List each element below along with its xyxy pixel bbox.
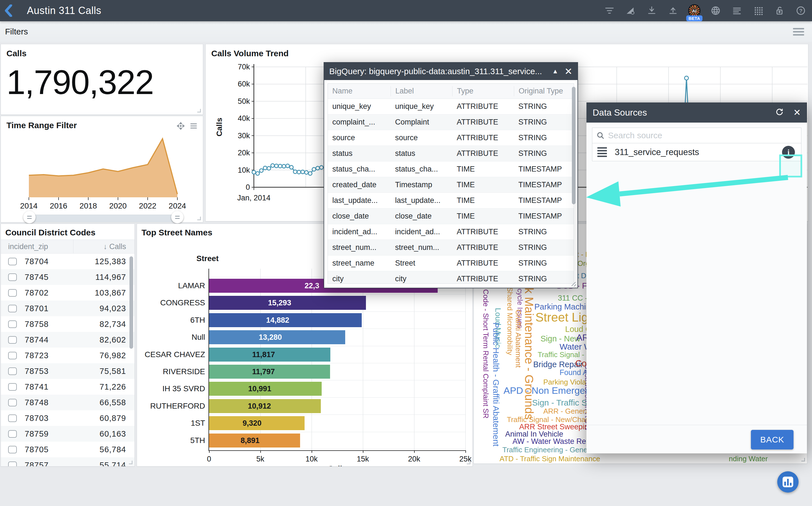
wordcloud-term[interactable]: nding Water [729,455,768,462]
info-icon[interactable]: i [782,146,795,159]
grid-dots-icon[interactable] [752,4,764,17]
field-row[interactable]: sourcesourceATTRIBUTESTRING [328,130,574,146]
council-row[interactable]: 78705 56,784 [1,442,134,457]
wordcloud-term[interactable]: Graffiti Abatement [515,310,522,368]
street-bar[interactable]: 11,797 [209,365,330,378]
search-input[interactable] [608,131,801,140]
council-row[interactable]: 78741 71,226 [1,379,134,395]
row-checkbox[interactable] [8,289,17,297]
row-checkbox[interactable] [8,446,17,453]
chart-settings-icon[interactable] [624,4,636,17]
wordcloud-term[interactable]: Shared Micromobility [506,287,514,355]
wordcloud-term[interactable]: ARR Street Sweeping [519,423,593,431]
row-checkbox[interactable] [8,352,17,359]
council-row[interactable]: 78723 76,982 [1,348,134,363]
row-checkbox[interactable] [8,383,17,391]
council-row[interactable]: 78748 66,558 [1,395,134,410]
refresh-icon[interactable] [775,108,784,117]
slider-handle-left[interactable] [23,211,36,223]
council-row[interactable]: 78745 114,967 [1,269,134,285]
council-row[interactable]: 78701 94,023 [1,301,134,316]
resize-corner-icon[interactable] [129,461,133,464]
council-row[interactable]: 78757 55,714 [1,457,134,467]
street-bar[interactable]: 8,891 [209,433,300,447]
wordcloud-term[interactable]: Sign - New [540,335,580,343]
field-row[interactable]: close_dateclose_dateTIMETIMESTAMP [328,208,574,224]
resize-corner-icon[interactable] [197,109,201,112]
dialog-scrollbar[interactable] [572,87,576,204]
slider-handle-right[interactable] [171,211,184,223]
globe-icon[interactable] [709,4,722,17]
close-icon[interactable]: ✕ [793,107,801,118]
field-row[interactable]: incident_ad...incident_ad...ATTRIBUTESTR… [328,224,574,240]
filters-menu-icon[interactable] [793,28,804,35]
source-row-311-service-requests[interactable]: 311_service_requests i [592,143,801,161]
resize-corner-icon[interactable] [801,458,805,461]
dialog-titlebar[interactable]: BigQuery: bigquery-public-data:austin_31… [324,63,578,80]
council-row[interactable]: 78759 60,163 [1,426,134,442]
council-row[interactable]: 78753 75,581 [1,363,134,379]
street-bar[interactable]: 10,991 [209,382,322,396]
row-checkbox[interactable] [8,336,17,344]
field-row[interactable]: created_dateTimestampTIMETIMESTAMP [328,177,574,193]
field-row[interactable]: last_update...last_update...TIMETIMESTAM… [328,193,574,208]
street-bar[interactable]: 9,320 [209,416,304,430]
column-incident-zip[interactable]: incident_zip [1,240,73,253]
row-checkbox[interactable] [8,461,17,467]
council-row[interactable]: 78744 82,602 [1,332,134,348]
chart-fab-button[interactable] [777,471,799,493]
field-row[interactable]: statusstatusATTRIBUTESTRING [328,146,574,162]
time-range-slider-track[interactable] [29,215,177,222]
row-checkbox[interactable] [8,430,17,438]
row-checkbox[interactable] [8,321,17,328]
wordcloud-term[interactable]: ATD - Traffic Sign Maintenance [499,455,600,462]
resize-corner-icon[interactable] [197,217,201,220]
street-bar[interactable]: 13,280 [209,330,345,344]
filter-icon[interactable] [603,4,615,17]
field-row[interactable]: unique_keyunique_keyATTRIBUTESTRING [328,99,574,114]
row-checkbox[interactable] [8,305,17,312]
list-icon[interactable] [731,4,743,17]
drag-handle-icon[interactable] [597,147,607,157]
wordcloud-term[interactable]: AW - Water Waste Report [513,438,599,445]
council-row[interactable]: 78702 103,867 [1,285,134,301]
lock-open-icon[interactable] [773,4,786,17]
wordcloud-term[interactable]: Traffic Engineering - General [502,446,595,453]
collapse-icon[interactable]: ▲ [552,68,558,75]
column-calls-sort[interactable]: ↓ Calls [73,242,134,251]
street-bar[interactable]: 15,293 [209,296,366,310]
row-checkbox[interactable] [8,367,17,375]
upload-icon[interactable] [667,4,679,17]
street-bar[interactable]: 10,912 [209,399,321,413]
resize-handle-icon[interactable] [570,280,577,286]
council-row[interactable]: 78703 60,879 [1,410,134,426]
wordcloud-term[interactable]: Animal In Vehicle [505,430,563,438]
fields-table: NameLabelTypeOriginal Type unique_keyuni… [328,83,574,284]
row-checkbox[interactable] [8,273,17,281]
street-bar[interactable]: 11,817 [209,348,330,361]
field-row[interactable]: status_cha...status_cha...TIMETIMESTAMP [328,162,574,177]
field-row[interactable]: citycityATTRIBUTESTRING [328,271,574,284]
wordcloud-term[interactable]: Traffic Signal - New/Change [507,416,598,423]
resize-corner-icon[interactable] [467,461,470,464]
field-row[interactable]: street_nameStreetATTRIBUTESTRING [328,256,574,271]
council-row[interactable]: 78704 125,383 [1,254,134,269]
back-button[interactable]: BACK [751,430,794,449]
close-icon[interactable]: ✕ [564,66,573,77]
wordcloud-term[interactable]: ARR - General [543,408,591,415]
council-scrollbar[interactable] [129,256,133,349]
council-row[interactable]: 78758 82,734 [1,316,134,332]
wordcloud-term[interactable]: Public Health - Graffiti Abatement [492,322,500,446]
row-checkbox[interactable] [8,399,17,406]
field-row[interactable]: complaint_...ComplaintATTRIBUTESTRING [328,114,574,130]
download-icon[interactable] [646,4,658,17]
time-range-area-chart[interactable]: 201420162018202020222024 [1,116,203,223]
help-icon[interactable]: ? [795,4,807,17]
row-checkbox[interactable] [8,258,17,265]
row-checkbox[interactable] [8,415,17,422]
back-chevron-icon[interactable] [0,0,17,21]
street-bar[interactable]: 14,882 [209,313,362,327]
field-row[interactable]: street_num...street_num...ATTRIBUTESTRIN… [328,240,574,256]
wordcloud-term[interactable]: in Code - Short Term Rental Complaint SR [482,281,489,418]
ai-beta-icon[interactable]: AI BETA [688,4,700,17]
